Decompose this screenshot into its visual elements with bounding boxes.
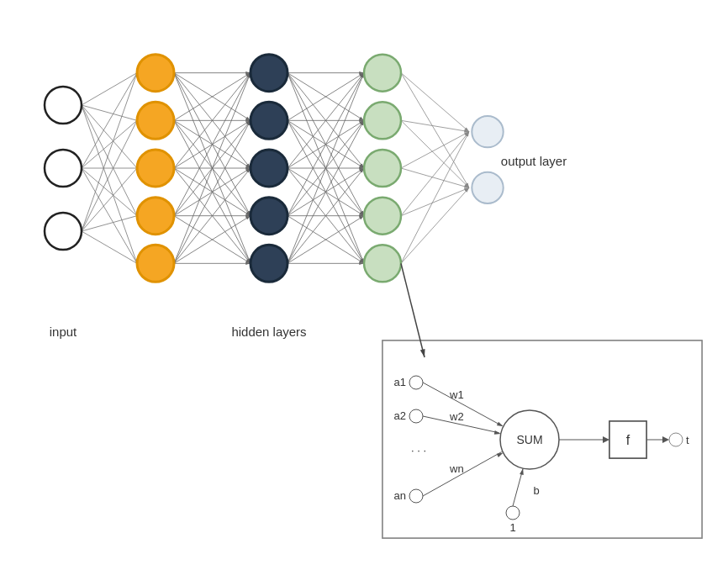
neural-network-diagram <box>0 0 728 570</box>
